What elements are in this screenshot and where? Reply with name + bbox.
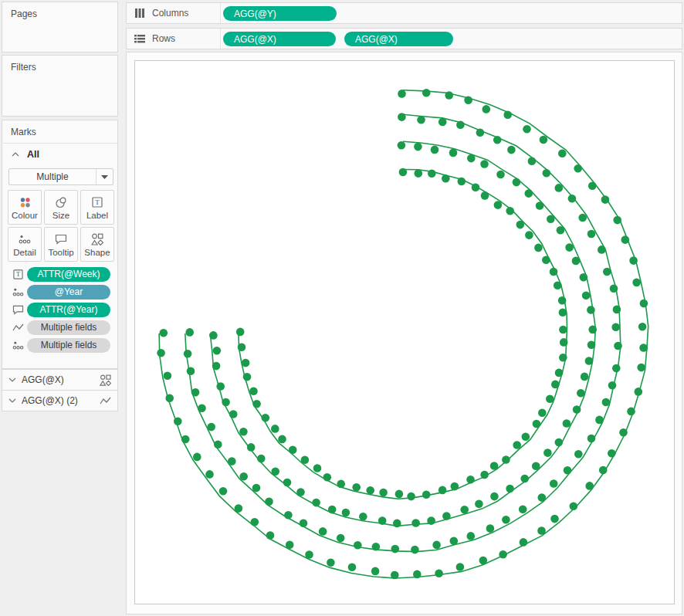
week-dot[interactable]: [638, 323, 647, 331]
week-dot[interactable]: [372, 543, 381, 551]
week-dot[interactable]: [536, 201, 544, 210]
week-dot[interactable]: [205, 470, 214, 479]
week-dot[interactable]: [568, 195, 577, 203]
week-dot[interactable]: [432, 541, 441, 550]
week-dot[interactable]: [239, 472, 248, 481]
colour-button[interactable]: Colour: [8, 190, 42, 225]
week-dot[interactable]: [391, 545, 400, 553]
pages-panel[interactable]: Pages: [2, 2, 118, 52]
week-dot[interactable]: [398, 141, 406, 150]
week-dot[interactable]: [184, 350, 192, 358]
week-dot[interactable]: [627, 408, 635, 416]
week-dot[interactable]: [450, 537, 459, 546]
week-dot[interactable]: [442, 512, 451, 520]
week-dot[interactable]: [506, 485, 514, 493]
chevron-down-icon[interactable]: [8, 398, 16, 403]
week-dot[interactable]: [157, 349, 165, 357]
week-dot[interactable]: [181, 435, 190, 444]
week-dot[interactable]: [398, 90, 406, 98]
week-dot[interactable]: [312, 499, 320, 507]
week-dot[interactable]: [613, 306, 621, 314]
week-dot[interactable]: [570, 503, 578, 511]
week-dot[interactable]: [431, 146, 439, 154]
week-dot[interactable]: [481, 191, 489, 200]
week-dot[interactable]: [542, 256, 550, 265]
week-dot[interactable]: [164, 371, 172, 380]
week-dot[interactable]: [209, 331, 218, 340]
week-dot[interactable]: [414, 143, 422, 151]
marks-section-all[interactable]: All: [2, 143, 117, 165]
week-dot[interactable]: [313, 464, 322, 472]
week-dot[interactable]: [483, 105, 491, 113]
week-dot[interactable]: [359, 513, 367, 521]
week-dot[interactable]: [614, 342, 622, 350]
week-dot[interactable]: [413, 570, 422, 579]
week-dot[interactable]: [480, 471, 489, 479]
week-dot[interactable]: [187, 367, 195, 376]
week-dot[interactable]: [191, 388, 200, 397]
week-dot[interactable]: [415, 169, 423, 178]
week-dot[interactable]: [543, 448, 552, 457]
week-dot[interactable]: [243, 373, 252, 381]
pill-multiple-fields-2[interactable]: Multiple fields: [27, 338, 110, 353]
week-dot[interactable]: [393, 520, 401, 528]
week-dot[interactable]: [193, 453, 201, 462]
rows-pill-agg-x-1[interactable]: AGG(@X): [223, 32, 336, 46]
week-dot[interactable]: [608, 449, 616, 458]
week-dot[interactable]: [378, 516, 387, 525]
week-dot[interactable]: [560, 338, 568, 347]
week-dot[interactable]: [486, 524, 495, 533]
pill-year[interactable]: @Year: [27, 285, 110, 300]
week-dot[interactable]: [587, 230, 596, 239]
detail-button[interactable]: Detail: [8, 227, 42, 262]
week-dot[interactable]: [598, 245, 606, 254]
week-dot[interactable]: [428, 170, 436, 178]
week-dot[interactable]: [602, 398, 611, 407]
week-dot[interactable]: [238, 343, 246, 351]
week-dot[interactable]: [289, 445, 297, 454]
week-dot[interactable]: [528, 157, 537, 166]
week-dot[interactable]: [286, 541, 294, 550]
week-dot[interactable]: [371, 567, 380, 576]
week-dot[interactable]: [407, 492, 415, 501]
week-dot[interactable]: [445, 91, 453, 100]
week-dot[interactable]: [439, 118, 447, 127]
week-dot[interactable]: [239, 428, 248, 436]
week-dot[interactable]: [563, 419, 571, 428]
week-dot[interactable]: [502, 455, 510, 464]
week-dot[interactable]: [587, 340, 596, 349]
week-dot[interactable]: [610, 285, 618, 293]
week-dot[interactable]: [595, 416, 604, 425]
shape-button[interactable]: Shape: [80, 227, 114, 262]
week-dot[interactable]: [587, 435, 596, 443]
week-dot[interactable]: [222, 398, 230, 407]
week-dot[interactable]: [327, 558, 335, 567]
week-dot[interactable]: [525, 189, 533, 198]
week-dot[interactable]: [621, 235, 630, 244]
week-dot[interactable]: [632, 279, 641, 287]
week-dot[interactable]: [427, 516, 435, 525]
week-dot[interactable]: [301, 456, 310, 465]
week-dot[interactable]: [580, 273, 588, 282]
week-dot[interactable]: [458, 178, 466, 186]
week-dot[interactable]: [212, 362, 221, 371]
rows-shelf[interactable]: Rows AGG(@X) AGG(@X): [126, 28, 682, 49]
week-dot[interactable]: [559, 354, 567, 362]
week-dot[interactable]: [354, 541, 362, 550]
week-dot[interactable]: [251, 518, 259, 526]
chevron-down-icon[interactable]: [8, 377, 16, 382]
week-dot[interactable]: [160, 329, 168, 337]
week-dot[interactable]: [475, 499, 483, 508]
week-dot[interactable]: [451, 482, 459, 491]
pill-attr-week[interactable]: ATTR(@Week): [27, 267, 110, 282]
week-dot[interactable]: [629, 256, 638, 265]
week-dot[interactable]: [348, 564, 357, 572]
week-dot[interactable]: [635, 388, 643, 396]
week-dot[interactable]: [538, 409, 547, 418]
week-dot[interactable]: [494, 201, 503, 209]
week-dot[interactable]: [328, 506, 337, 514]
week-dot[interactable]: [540, 136, 548, 144]
week-dot[interactable]: [476, 129, 485, 137]
week-dot[interactable]: [613, 216, 621, 225]
pill-multiple-fields-1[interactable]: Multiple fields: [27, 320, 110, 335]
